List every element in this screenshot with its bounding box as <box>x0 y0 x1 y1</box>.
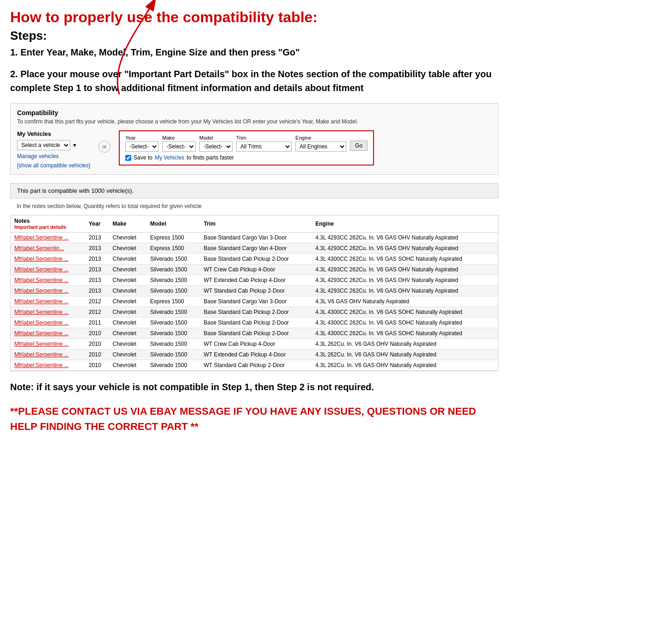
table-row: Mfrlabel:Serpentine ...2013ChevroletExpr… <box>11 233 498 243</box>
notes-cell[interactable]: Mfrlabel:Serpentine ... <box>11 254 85 264</box>
year-field: Year -Select- <box>125 135 159 152</box>
model-cell: Express 1500 <box>147 243 200 254</box>
step2-text: 2. Place your mouse over "Important Part… <box>10 67 498 95</box>
year-cell: 2013 <box>85 233 109 243</box>
make-field: Make -Select- <box>162 135 196 152</box>
compat-section-title: Compatibility <box>17 109 491 117</box>
table-row: Mfrlabel:Serpentine ...2012ChevroletSilv… <box>11 307 498 318</box>
table-row: Mfrlabel:Serpentine ...2013ChevroletSilv… <box>11 275 498 286</box>
make-cell: Chevrolet <box>109 318 147 328</box>
notes-cell[interactable]: Mfrlabel:Serpentine ... <box>11 307 85 318</box>
notes-cell[interactable]: Mfrlabel:Serpentine ... <box>11 296 85 307</box>
trim-cell: Base Standard Cargo Van 4-Door <box>200 243 312 254</box>
table-row: Mfrlabel:Serpentine ...2010ChevroletSilv… <box>11 360 498 371</box>
compatible-info-bar: This part is compatible with 1000 vehicl… <box>10 183 498 198</box>
year-cell: 2013 <box>85 275 109 286</box>
engine-cell: 4.3L 262Cu. In. V6 GAS OHV Naturally Asp… <box>312 339 498 350</box>
notes-cell[interactable]: Mfrlabel:Serpentine ... <box>11 350 85 360</box>
model-cell: Silverado 1500 <box>147 328 200 339</box>
th-engine: Engine <box>312 215 498 233</box>
trim-label: Trim <box>236 135 292 141</box>
notes-cell[interactable]: Mfrlabel:Serpentine ... <box>11 360 85 371</box>
year-cell: 2013 <box>85 243 109 254</box>
model-cell: Silverado 1500 <box>147 254 200 264</box>
engine-cell: 4.3L 4293CC 262Cu. In. V6 GAS OHV Natura… <box>312 233 498 243</box>
table-row: Mfrlabel:Serpentine ...2010ChevroletSilv… <box>11 328 498 339</box>
trim-cell: Base Standard Cab Pickup 2-Door <box>200 318 312 328</box>
model-select[interactable]: -Select- <box>199 141 233 152</box>
model-cell: Silverado 1500 <box>147 360 200 371</box>
notes-cell[interactable]: Mfrlabel:Serpentine ... <box>11 339 85 350</box>
make-cell: Chevrolet <box>109 254 147 264</box>
model-cell: Silverado 1500 <box>147 350 200 360</box>
engine-label: Engine <box>295 135 346 141</box>
trim-cell: Base Standard Cab Pickup 2-Door <box>200 307 312 318</box>
notes-cell[interactable]: Mfrlabel:Serpentine ... <box>11 328 85 339</box>
model-cell: Express 1500 <box>147 296 200 307</box>
trim-cell: WT Standard Cab Pickup 2-Door <box>200 286 312 296</box>
engine-select[interactable]: All Engines <box>295 141 346 152</box>
vehicle-form-box: Year -Select- Make -Select- Model -Selec… <box>119 130 374 166</box>
my-vehicles-link[interactable]: My Vehicles <box>155 154 184 161</box>
show-all-link[interactable]: [show all compatible vehicles] <box>17 162 90 169</box>
trim-select[interactable]: All Trims <box>236 141 292 152</box>
notes-cell[interactable]: Mfrlabel:Serpentine ... <box>11 233 85 243</box>
make-cell: Chevrolet <box>109 275 147 286</box>
th-important-part: Important part details <box>14 224 81 230</box>
trim-cell: Base Standard Cab Pickup 2-Door <box>200 328 312 339</box>
table-body: Mfrlabel:Serpentine ...2013ChevroletExpr… <box>11 233 498 371</box>
model-cell: Silverado 1500 <box>147 275 200 286</box>
model-cell: Silverado 1500 <box>147 286 200 296</box>
notes-cell[interactable]: Mfrlabel:Serpentin... <box>11 243 85 254</box>
year-cell: 2010 <box>85 328 109 339</box>
notes-cell[interactable]: Mfrlabel:Serpentine ... <box>11 264 85 275</box>
trim-cell: WT Standard Cab Pickup 2-Door <box>200 360 312 371</box>
table-row: Mfrlabel:Serpentin...2013ChevroletExpres… <box>11 243 498 254</box>
model-cell: Silverado 1500 <box>147 318 200 328</box>
save-checkbox[interactable] <box>125 155 131 161</box>
trim-cell: WT Extended Cab Pickup 4-Door <box>200 275 312 286</box>
manage-vehicles-link[interactable]: Manage vehicles <box>17 153 90 159</box>
make-select[interactable]: -Select- <box>162 141 196 152</box>
year-cell: 2013 <box>85 254 109 264</box>
year-cell: 2012 <box>85 296 109 307</box>
year-cell: 2011 <box>85 318 109 328</box>
make-cell: Chevrolet <box>109 233 147 243</box>
trim-cell: Base Standard Cargo Van 3-Door <box>200 296 312 307</box>
trim-cell: Base Standard Cab Pickup 2-Door <box>200 254 312 264</box>
contact-section: **PLEASE CONTACT US VIA EBAY MESSAGE IF … <box>10 404 498 434</box>
select-vehicle-dropdown[interactable]: Select a vehicle <box>17 140 70 150</box>
or-divider: or <box>98 141 110 153</box>
note-section: Note: if it says your vehicle is not com… <box>10 380 498 393</box>
year-cell: 2012 <box>85 307 109 318</box>
engine-cell: 4.3L 4300CC 262Cu. In. V6 GAS SOHC Natur… <box>312 328 498 339</box>
make-cell: Chevrolet <box>109 264 147 275</box>
make-cell: Chevrolet <box>109 350 147 360</box>
notes-cell[interactable]: Mfrlabel:Serpentine ... <box>11 318 85 328</box>
th-trim: Trim <box>200 215 312 233</box>
table-row: Mfrlabel:Serpentine ...2013ChevroletSilv… <box>11 264 498 275</box>
year-cell: 2013 <box>85 264 109 275</box>
trim-cell: WT Crew Cab Pickup 4-Door <box>200 339 312 350</box>
trim-cell: WT Crew Cab Pickup 4-Door <box>200 264 312 275</box>
engine-cell: 4.3L V6 GAS OHV Naturally Aspirated <box>312 296 498 307</box>
notes-cell[interactable]: Mfrlabel:Serpentine ... <box>11 286 85 296</box>
make-cell: Chevrolet <box>109 339 147 350</box>
notes-cell[interactable]: Mfrlabel:Serpentine ... <box>11 275 85 286</box>
go-button[interactable]: Go <box>350 141 368 151</box>
compatibility-table-wrapper: Notes Important part details Year Make M… <box>10 215 498 371</box>
table-row: Mfrlabel:Serpentine ...2013ChevroletSilv… <box>11 286 498 296</box>
model-cell: Silverado 1500 <box>147 339 200 350</box>
model-field: Model -Select- <box>199 135 233 152</box>
dropdown-arrow-icon: ▼ <box>72 142 77 148</box>
engine-cell: 4.3L 262Cu. In. V6 GAS OHV Naturally Asp… <box>312 350 498 360</box>
engine-cell: 4.3L 4293CC 262Cu. In. V6 GAS OHV Natura… <box>312 264 498 275</box>
year-cell: 2010 <box>85 350 109 360</box>
table-row: Mfrlabel:Serpentine ...2010ChevroletSilv… <box>11 350 498 360</box>
my-vehicles-label: My Vehicles <box>17 130 90 137</box>
year-select[interactable]: -Select- <box>125 141 159 152</box>
make-label: Make <box>162 135 196 141</box>
engine-cell: 4.3L 4293CC 262Cu. In. V6 GAS OHV Natura… <box>312 243 498 254</box>
th-year: Year <box>85 215 109 233</box>
th-make: Make <box>109 215 147 233</box>
